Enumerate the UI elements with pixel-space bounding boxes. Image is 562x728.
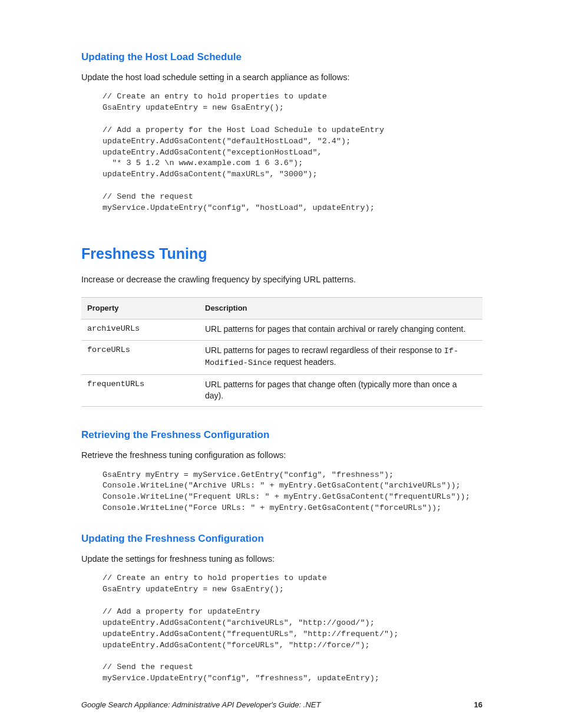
heading-updating-host-load: Updating the Host Load Schedule — [81, 50, 482, 64]
paragraph-freshness-intro: Increase or decrease the crawling freque… — [81, 274, 482, 285]
paragraph-retrieving-intro: Retrieve the freshness tuning configurat… — [81, 449, 482, 461]
table-row: frequentURLs URL patterns for pages that… — [81, 374, 482, 407]
description-cell: URL patterns for pages to recrawl regard… — [199, 341, 482, 374]
footer-title: Google Search Appliance: Administrative … — [81, 700, 320, 710]
table-row: forceURLs URL patterns for pages to recr… — [81, 341, 482, 374]
table-header-property: Property — [81, 298, 199, 319]
heading-retrieving-freshness: Retrieving the Freshness Configuration — [81, 428, 482, 442]
description-cell: URL patterns for pages that change often… — [199, 374, 482, 407]
page-footer: Google Search Appliance: Administrative … — [81, 700, 482, 710]
heading-freshness-tuning: Freshness Tuning — [81, 243, 482, 264]
property-cell: forceURLs — [81, 341, 199, 374]
code-updating: // Create an entry to hold properties to… — [103, 573, 482, 684]
description-cell: URL patterns for pages that contain arch… — [199, 319, 482, 341]
footer-page-number: 16 — [474, 700, 482, 710]
code-host-load: // Create an entry to hold properties to… — [103, 91, 482, 214]
freshness-properties-table: Property Description archiveURLs URL pat… — [81, 297, 482, 407]
property-cell: frequentURLs — [81, 374, 199, 407]
heading-updating-freshness: Updating the Freshness Configuration — [81, 532, 482, 546]
table-header-description: Description — [199, 298, 482, 319]
paragraph-updating-intro: Update the settings for freshness tuning… — [81, 553, 482, 565]
code-retrieving: GsaEntry myEntry = myService.GetEntry("c… — [103, 470, 482, 515]
paragraph-host-load-intro: Update the host load schedule setting in… — [81, 71, 482, 83]
property-cell: archiveURLs — [81, 319, 199, 341]
table-row: archiveURLs URL patterns for pages that … — [81, 319, 482, 341]
